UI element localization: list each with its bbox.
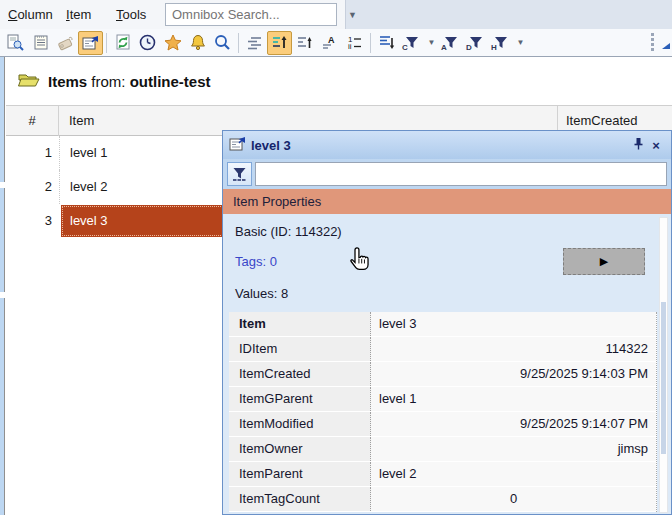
panel-title-bar[interactable]: level 3 × — [223, 131, 671, 159]
filter-letter: D — [466, 44, 472, 52]
notes-button[interactable] — [28, 31, 53, 55]
scrollbar-thumb[interactable] — [661, 302, 666, 454]
filter-h-button[interactable]: H — [488, 31, 513, 55]
menu-item[interactable]: Item — [58, 0, 99, 29]
refresh-button[interactable] — [110, 31, 135, 55]
panel-title: level 3 — [251, 138, 629, 153]
sort-lines-arrow-icon — [297, 35, 313, 50]
document-search-icon — [7, 34, 24, 51]
filter-h-dropdown[interactable]: ▼ — [513, 31, 527, 55]
numbered-list-icon: 1ii — [347, 35, 363, 50]
filter-values-button[interactable] — [227, 162, 252, 186]
svg-text:ii: ii — [348, 42, 352, 50]
panel-filter-bar — [223, 159, 671, 189]
sort-up-icon — [272, 35, 288, 50]
item-properties-panel: level 3 × Item Properties Basic (ID: 114… — [222, 130, 672, 515]
property-row[interactable]: IDItem114322 — [229, 337, 656, 362]
panel-content: Basic (ID: 114322) Tags: 0 ▶ Values: 8 I… — [223, 214, 671, 514]
menu-bar-right-area — [345, 0, 672, 29]
row-number: 2 — [6, 170, 52, 204]
magnifier-icon — [214, 34, 231, 51]
tag-button[interactable] — [53, 31, 78, 55]
svg-text:A: A — [328, 35, 335, 45]
property-row[interactable]: ItemGParentlevel 1 — [229, 387, 656, 412]
property-row[interactable]: Itemlevel 3 — [229, 312, 656, 337]
chevron-down-icon: ▼ — [517, 38, 525, 47]
refresh-icon — [115, 34, 131, 51]
property-row[interactable]: ItemModified9/25/2025 9:14:07 PM — [229, 412, 656, 437]
reminders-button[interactable] — [185, 31, 210, 55]
filter-c-button[interactable]: C — [399, 31, 424, 55]
alpha-sort-icon: A — [322, 35, 338, 50]
property-row[interactable]: ItemTagCount0 — [229, 487, 656, 512]
sort-ascending-button[interactable] — [267, 31, 292, 55]
bell-icon — [190, 34, 206, 51]
basic-id-label: Basic (ID: 114322) — [235, 224, 342, 239]
pin-icon[interactable] — [629, 137, 647, 153]
item-properties-button[interactable] — [78, 31, 103, 55]
blue-lines-down-arrow-icon — [379, 35, 395, 50]
row-number: 3 — [6, 204, 52, 238]
collapse-levels-button[interactable] — [374, 31, 399, 55]
tag-icon — [57, 35, 74, 51]
menu-tools[interactable]: Tools — [108, 0, 154, 29]
menu-bar: Column Item Tools ▼ — [0, 0, 672, 29]
omnibox-search-input[interactable] — [166, 7, 348, 22]
chevron-down-icon[interactable]: ▼ — [348, 10, 357, 20]
toolbar-grip[interactable] — [651, 33, 654, 51]
panel-filter-input[interactable] — [255, 162, 667, 186]
filter-letter: H — [491, 44, 497, 52]
items-source-text: Items from: outline-test — [48, 73, 211, 90]
properties-form-icon — [82, 35, 99, 51]
values-count-label: Values: 8 — [235, 286, 288, 301]
dock-edge-strip[interactable] — [0, 57, 5, 515]
row-item-label: level 3 — [70, 204, 108, 238]
numbered-sort-button[interactable]: 1ii — [342, 31, 367, 55]
filter-letter: C — [402, 44, 408, 52]
filter-c-dropdown[interactable]: ▼ — [424, 31, 438, 55]
properties-grid: Itemlevel 3 IDItem114322 ItemCreated9/25… — [229, 312, 657, 512]
search-button[interactable] — [210, 31, 235, 55]
history-button[interactable] — [135, 31, 160, 55]
clock-icon — [139, 34, 156, 51]
tags-expand-button[interactable]: ▶ — [563, 248, 645, 275]
toolbar: A 1ii C ▼ A D H ▼ — [0, 29, 672, 57]
filter-d-button[interactable]: D — [463, 31, 488, 55]
indented-lines-icon — [247, 36, 263, 50]
close-icon[interactable]: × — [647, 138, 665, 153]
column-header-num[interactable]: # — [6, 106, 59, 136]
app-window: Column Item Tools ▼ A 1ii C ▼ A D H ▼ — [0, 0, 672, 515]
property-row[interactable]: ItemCreated9/25/2025 9:14:03 PM — [229, 362, 656, 387]
open-folder-icon — [18, 71, 40, 91]
row-item-label: level 2 — [70, 170, 108, 204]
tags-link[interactable]: Tags: 0 — [235, 254, 277, 269]
omnibox-search[interactable]: ▼ — [165, 3, 337, 26]
sort-secondary-button[interactable] — [292, 31, 317, 55]
property-row[interactable]: ItemParentlevel 2 — [229, 462, 656, 487]
filter-a-button[interactable]: A — [438, 31, 463, 55]
property-row[interactable]: ItemOwnerjimsp — [229, 437, 656, 462]
filter-letter: A — [441, 44, 447, 52]
star-icon — [164, 34, 182, 51]
preview-document-button[interactable] — [3, 31, 28, 55]
properties-form-icon — [229, 136, 246, 155]
section-header-item-properties: Item Properties — [223, 189, 671, 214]
hand-cursor — [348, 245, 374, 278]
sort-alpha-button[interactable]: A — [317, 31, 342, 55]
notepad-icon — [33, 34, 49, 51]
toolbar-overflow-icon[interactable] — [660, 39, 672, 49]
favorites-button[interactable] — [160, 31, 185, 55]
panel-scrollbar[interactable] — [659, 217, 668, 513]
chevron-down-icon: ▼ — [428, 38, 436, 47]
row-item-label: level 1 — [70, 136, 108, 170]
menu-column[interactable]: Column — [0, 0, 61, 29]
items-source-bar: Items from: outline-test — [6, 57, 672, 105]
outline-view-button[interactable] — [242, 31, 267, 55]
right-triangle-icon: ▶ — [600, 255, 608, 268]
row-number: 1 — [6, 136, 52, 170]
